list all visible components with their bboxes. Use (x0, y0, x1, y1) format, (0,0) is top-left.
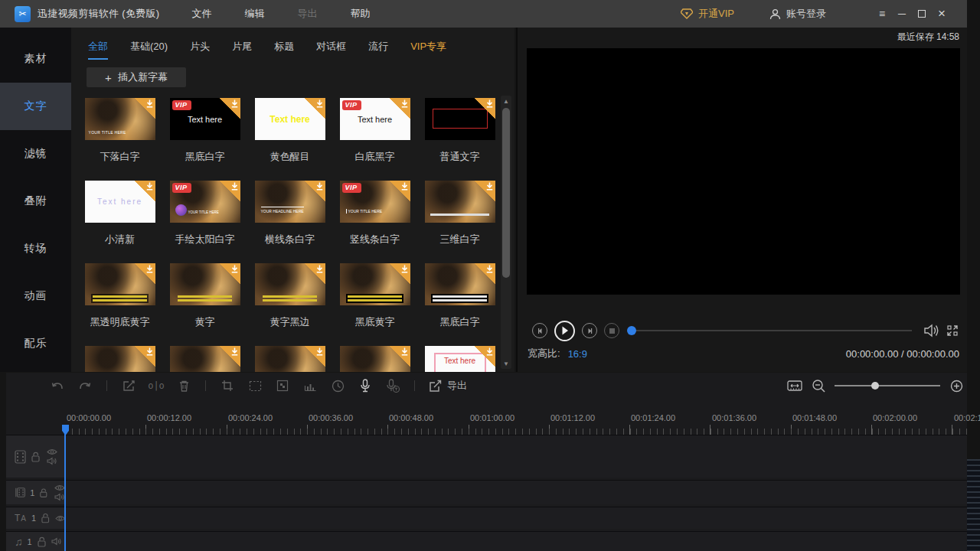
mosaic-icon[interactable] (275, 378, 290, 393)
zoom-in-icon[interactable] (949, 378, 964, 393)
sidebar-item-transitions[interactable]: 转场 (0, 225, 71, 272)
panel-scrollbar[interactable]: ▲ ▼ (501, 96, 511, 369)
text-track[interactable]: TA 1 (6, 507, 967, 529)
toolbar-separator (414, 380, 415, 391)
maximize-button[interactable] (912, 0, 932, 28)
redo-icon[interactable] (77, 378, 93, 393)
export-button[interactable]: 导出 (429, 379, 467, 393)
speaker-icon[interactable] (54, 493, 64, 501)
template-item[interactable]: Text here VIP 白底黑字 (332, 98, 417, 181)
tab-vip[interactable]: VIP专享 (410, 40, 446, 60)
tab-dialog[interactable]: 对话框 (316, 40, 346, 60)
menu-file[interactable]: 文件 (191, 7, 211, 21)
insert-subtitle-button[interactable]: + 插入新字幕 (87, 67, 186, 87)
template-item[interactable]: 黑透明底黄字 (77, 263, 162, 346)
duration-icon[interactable] (330, 378, 345, 393)
crop-icon[interactable] (220, 378, 235, 393)
download-icon (305, 181, 325, 201)
window-menu-button[interactable]: ≡ (872, 0, 892, 28)
menu-help[interactable]: 帮助 (350, 7, 370, 21)
tab-title[interactable]: 标题 (274, 40, 294, 60)
tab-opening[interactable]: 片头 (190, 40, 210, 60)
fit-timeline-icon[interactable] (787, 378, 802, 393)
timecode: 00:00:00.00 / 00:00:00.00 (846, 348, 959, 360)
split-clip-icon[interactable]: o|o (149, 378, 164, 393)
template-item[interactable]: Text here 黄色醒目 (247, 98, 332, 181)
record-voice-icon[interactable] (358, 378, 373, 393)
menu-edit[interactable]: 编辑 (244, 7, 264, 21)
template-item[interactable]: 三维白字 (417, 181, 502, 263)
speaker-icon[interactable] (47, 457, 57, 465)
timeline-panel: o|o (6, 373, 967, 551)
scrollbar-thumb[interactable] (502, 108, 510, 278)
template-item[interactable] (77, 346, 162, 372)
template-item[interactable]: 黑底白字 (417, 263, 502, 346)
tab-ending[interactable]: 片尾 (232, 40, 252, 60)
sidebar-item-animations[interactable]: 动画 (0, 272, 71, 320)
template-item[interactable]: 黄字 (162, 263, 247, 346)
download-icon (220, 98, 240, 119)
template-item[interactable]: 普通文字 (417, 98, 502, 181)
eye-icon[interactable] (54, 484, 65, 491)
prev-frame-button[interactable] (532, 323, 547, 338)
scroll-down-icon[interactable]: ▼ (501, 358, 511, 369)
scroll-up-icon[interactable]: ▲ (501, 96, 511, 106)
pip-track[interactable]: 1 (6, 480, 967, 504)
tab-all[interactable]: 全部 (88, 40, 108, 60)
template-item[interactable] (162, 346, 247, 372)
template-item[interactable]: YOUR TITLE HERE VIP 手绘太阳白字 (162, 181, 247, 263)
tab-trending[interactable]: 流行 (368, 40, 388, 60)
template-item[interactable]: 黑底黄字 (332, 263, 417, 346)
edit-clip-icon[interactable] (121, 378, 136, 393)
eye-icon[interactable] (47, 448, 57, 455)
lock-icon[interactable] (37, 536, 47, 547)
template-item[interactable]: YOUR TITLE HERE 下落白字 (77, 98, 162, 181)
timeline-toolbar: o|o (6, 373, 967, 399)
lock-icon[interactable] (41, 513, 50, 523)
template-thumbnail (425, 263, 495, 305)
template-item[interactable]: Text here 小清新 (77, 181, 162, 263)
undo-icon[interactable] (50, 378, 65, 393)
close-button[interactable]: × (932, 0, 952, 28)
aspect-ratio-label: 宽高比: (528, 347, 560, 360)
template-item[interactable]: 黄字黑边 (247, 263, 332, 346)
canvas-resize-icon[interactable] (247, 378, 263, 393)
template-item[interactable]: Text here VIP 黑底白字 (162, 98, 247, 181)
zoom-slider-handle[interactable] (871, 382, 879, 390)
sidebar-item-media[interactable]: 素材 (0, 35, 71, 83)
template-thumbnail: Text here VIP (340, 98, 410, 140)
template-item[interactable]: Text here (417, 346, 502, 372)
open-vip-button[interactable]: 开通VIP (681, 7, 734, 21)
eye-icon[interactable] (55, 515, 65, 522)
template-item[interactable]: YOUR TITLE HERE VIP 竖线条白字 (332, 181, 417, 263)
account-login-button[interactable]: 账号登录 (769, 7, 826, 21)
audio-track[interactable]: ♫ 1 (6, 531, 967, 551)
zoom-out-icon[interactable] (811, 378, 826, 393)
voice-to-text-icon[interactable] (385, 378, 400, 393)
next-frame-button[interactable] (582, 323, 597, 338)
video-track[interactable] (6, 435, 967, 478)
seek-handle[interactable] (627, 326, 636, 335)
volume-icon[interactable] (923, 321, 941, 340)
delete-clip-icon[interactable] (176, 378, 191, 393)
sidebar-item-music[interactable]: 配乐 (0, 320, 71, 367)
play-button[interactable] (554, 321, 575, 341)
aspect-ratio-value[interactable]: 16:9 (568, 348, 587, 360)
timeline-zoom-slider[interactable] (835, 385, 940, 386)
lock-icon[interactable] (31, 452, 41, 462)
sidebar-item-overlays[interactable]: 叠附 (0, 178, 71, 225)
tab-basic[interactable]: 基础(20) (130, 40, 168, 60)
speaker-icon[interactable] (51, 537, 61, 546)
template-item[interactable]: YOUR HEADLINE HERE 横线条白字 (247, 181, 332, 263)
seek-bar[interactable] (629, 330, 912, 331)
minimize-button[interactable]: ─ (892, 0, 912, 28)
audio-wave-icon[interactable] (302, 378, 318, 393)
sidebar-item-text[interactable]: 文字 (0, 83, 71, 130)
ruler-minor-ticks[interactable] (65, 429, 967, 435)
template-item[interactable] (247, 346, 332, 372)
lock-icon[interactable] (39, 487, 48, 498)
stop-button[interactable] (604, 323, 619, 338)
template-item[interactable] (332, 346, 417, 372)
fullscreen-icon[interactable] (944, 322, 961, 339)
sidebar-item-filters[interactable]: 滤镜 (0, 130, 71, 178)
